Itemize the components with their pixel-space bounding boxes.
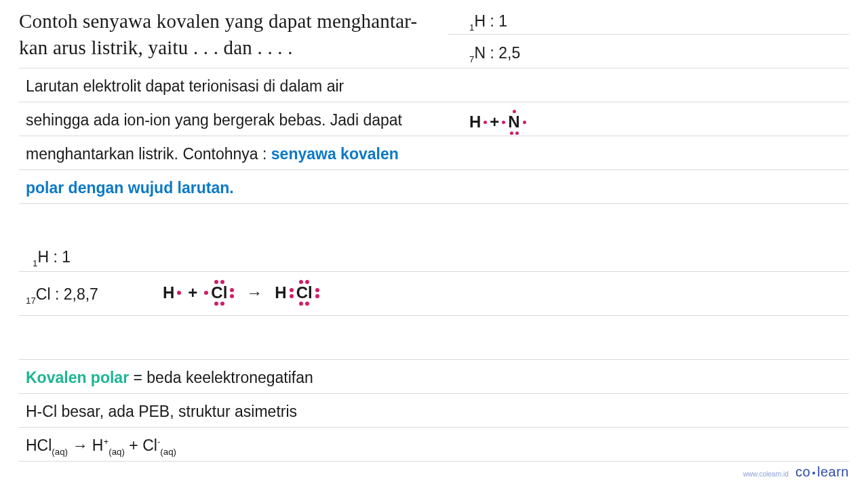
config-h-top: 1H : 1	[469, 12, 849, 33]
rule-line	[19, 68, 849, 68]
question-line-1: Contoh senyawa kovalen yang dapat mengha…	[19, 10, 417, 32]
arrow-icon: →	[72, 436, 92, 454]
bond-pair-icon	[290, 288, 294, 298]
brand-learn: learn	[817, 464, 849, 479]
hcl-properties-line: H-Cl besar, ada PEB, struktur asimetris	[26, 402, 849, 422]
plus-sign: +	[490, 113, 499, 131]
atom-cl-label: Cl	[211, 285, 227, 301]
lewis-h-atom: H	[469, 113, 481, 131]
eq-cl-charge: -	[157, 436, 160, 447]
lone-pair-icon	[230, 288, 234, 298]
electron-dot-icon	[299, 302, 303, 306]
electron-dot-icon	[502, 121, 505, 124]
config-h-symbol: H	[474, 12, 486, 30]
hcl-ionization-eq: HCl(aq) → H+(aq) + Cl-(aq)	[26, 436, 849, 458]
electron-dot-icon	[305, 302, 309, 306]
lewis-hcl-reaction: H + Cl → H Cl	[163, 279, 849, 306]
electron-dot-icon	[484, 121, 487, 124]
rule-line	[19, 169, 849, 170]
explain-line-3: menghantarkan listrik. Contohnya : senya…	[26, 144, 849, 165]
lewis-h-n: H + N	[469, 108, 849, 136]
eq-aq: (aq)	[160, 447, 176, 457]
plus-sign: +	[129, 436, 142, 454]
config-cl-sub: 17	[26, 296, 36, 306]
rule-line	[19, 271, 849, 272]
eq-h-ion: H	[92, 436, 104, 454]
brand-co: co	[795, 464, 810, 479]
electron-dot-icon	[204, 291, 208, 295]
config-n-symbol: N	[474, 44, 486, 62]
config-n-value: : 2,5	[486, 44, 520, 62]
reactant-h: H	[163, 282, 174, 303]
rule-line	[19, 393, 849, 394]
config-h-value: : 1	[486, 12, 507, 30]
arrow-icon: →	[246, 282, 262, 303]
atom-cl-label: Cl	[296, 285, 313, 301]
atom-n-label: N	[508, 114, 519, 130]
rule-line	[19, 102, 849, 102]
kovalen-polar-term: Kovalen polar	[26, 369, 129, 386]
reactant-cl: Cl	[211, 279, 227, 306]
rule-line	[448, 34, 849, 35]
page: Contoh senyawa kovalen yang dapat mengha…	[0, 0, 868, 488]
config-h-left: 1H : 1	[33, 247, 849, 269]
explain-3b-highlight: senyawa kovalen	[271, 145, 399, 163]
eq-aq: (aq)	[52, 447, 68, 457]
kovalen-polar-line: Kovalen polar = beda keelektronegatifan	[26, 368, 849, 388]
footer-url: www.colearn.id	[743, 470, 789, 478]
config-n-top: 7N : 2,5	[469, 44, 849, 64]
footer-brand: www.colearn.id colearn	[743, 464, 849, 480]
eq-h-charge: +	[103, 436, 108, 447]
rule-line	[19, 359, 849, 360]
kovalen-polar-def: = beda keelektronegatifan	[129, 369, 313, 386]
config-h-text-left: H : 1	[37, 248, 71, 266]
rule-line	[19, 203, 849, 204]
lewis-n-atom: N	[508, 108, 519, 136]
explain-line-1: Larutan elektrolit dapat terionisasi di …	[26, 77, 849, 97]
question-line-2: kan arus listrik, yaitu . . . dan . . . …	[19, 37, 293, 58]
question-heading: Contoh senyawa kovalen yang dapat mengha…	[19, 8, 439, 61]
electron-dot-icon	[510, 131, 513, 135]
explain-line-4: polar dengan wujud larutan.	[26, 178, 849, 199]
brand-logo: colearn	[795, 464, 849, 480]
plus-sign: +	[188, 282, 197, 303]
electron-dot-icon	[220, 302, 224, 306]
rule-line	[19, 427, 849, 428]
electron-dot-icon	[214, 302, 218, 306]
lone-pair-icon	[315, 288, 319, 298]
electron-dot-icon	[515, 131, 519, 135]
rule-line	[19, 136, 849, 136]
rule-line	[19, 461, 849, 462]
eq-hcl: HCl	[26, 436, 52, 454]
electron-dot-icon	[177, 291, 181, 295]
product-cl: Cl	[296, 279, 313, 306]
eq-cl-ion: Cl	[142, 436, 157, 454]
eq-aq: (aq)	[108, 447, 125, 457]
explain-3a: menghantarkan listrik. Contohnya :	[26, 145, 271, 163]
config-cl-text: Cl : 2,8,7	[36, 285, 98, 303]
product-h: H	[275, 282, 286, 303]
electron-dot-icon	[523, 121, 526, 124]
brand-dot-icon	[812, 472, 815, 474]
rule-line	[19, 315, 849, 316]
